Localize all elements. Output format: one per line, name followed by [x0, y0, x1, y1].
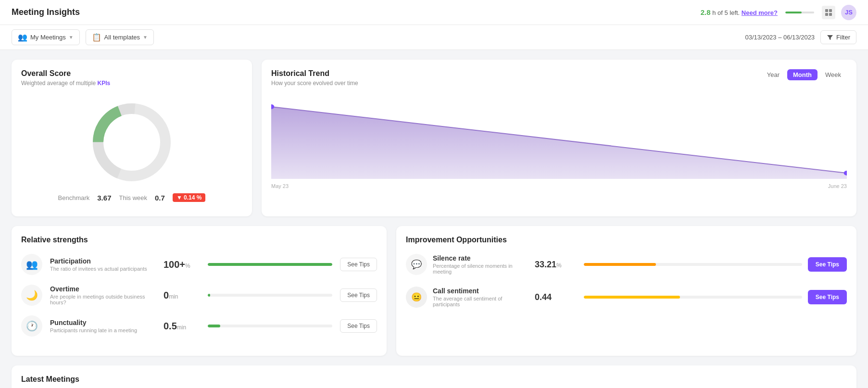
silence-rate-see-tips-btn[interactable]: See Tips	[808, 257, 847, 272]
silence-rate-desc: Percentage of silence moments in meeting	[433, 263, 529, 275]
punctuality-value-area: 0.5min	[164, 321, 332, 332]
historical-trend-title: Historical Trend	[271, 69, 358, 78]
silence-rate-info: Silence rate Percentage of silence momen…	[433, 254, 529, 275]
benchmark-label: Benchmark	[58, 194, 90, 201]
filter-icon	[827, 34, 833, 41]
participation-see-tips-btn[interactable]: See Tips	[340, 258, 377, 271]
punctuality-bar-track	[208, 325, 332, 327]
improvement-title: Improvement Opportunities	[406, 236, 847, 244]
benchmark-row: Benchmark 3.67 This week 0.7 ▼ 0.14 %	[58, 193, 206, 202]
svg-rect-1	[829, 9, 832, 12]
call-sentiment-bar-track	[584, 296, 802, 299]
avatar[interactable]: JS	[841, 5, 856, 20]
punctuality-bar-fill	[208, 325, 220, 327]
my-meetings-dropdown[interactable]: 👥 My Meetings ▼	[12, 29, 80, 45]
svg-rect-3	[829, 13, 832, 16]
need-more-link[interactable]: Need more?	[742, 9, 778, 16]
overall-score-title: Overall Score	[21, 69, 242, 78]
punctuality-icon: 🕐	[21, 315, 42, 337]
call-sentiment-see-tips-btn[interactable]: See Tips	[808, 290, 847, 304]
latest-meetings-title: Latest Meetings	[21, 375, 847, 384]
hours-label: h of 5 left.	[712, 9, 740, 16]
overtime-desc: Are people in meetings outside business …	[50, 294, 156, 305]
silence-rate-value-area: 33.21%	[535, 260, 802, 270]
participation-bar-track	[208, 263, 332, 266]
call-sentiment-value-area: 0.44	[535, 292, 802, 302]
overtime-see-tips-btn[interactable]: See Tips	[340, 288, 377, 302]
punctuality-name: Punctuality	[50, 319, 156, 326]
overtime-row: 🌙 Overtime Are people in meetings outsid…	[21, 285, 377, 306]
donut-chart	[88, 99, 175, 186]
overtime-value-area: 0min	[164, 290, 332, 301]
overtime-bar-fill	[208, 294, 210, 297]
call-sentiment-info: Call sentiment The average call sentimen…	[433, 287, 529, 307]
overtime-value: 0min	[164, 290, 202, 301]
templates-icon: 📋	[92, 33, 101, 42]
trend-title-area: Historical Trend How your score evolved …	[271, 69, 358, 94]
period-year-btn[interactable]: Year	[761, 69, 785, 80]
svg-marker-7	[271, 107, 847, 179]
overtime-name: Overtime	[50, 285, 156, 293]
silence-rate-bar-track	[584, 263, 802, 266]
benchmark-value: 3.67	[97, 194, 111, 202]
trend-labels: May 23 June 23	[271, 183, 847, 189]
subtitle-text-start: Weighted average of multiple	[21, 80, 98, 87]
trend-header: Historical Trend How your score evolved …	[271, 69, 847, 94]
call-sentiment-value: 0.44	[535, 292, 578, 302]
silence-rate-row: 💬 Silence rate Percentage of silence mom…	[406, 254, 847, 275]
top-cards-row: Overall Score Weighted average of multip…	[12, 60, 856, 216]
overtime-info: Overtime Are people in meetings outside …	[50, 285, 156, 305]
punctuality-see-tips-btn[interactable]: See Tips	[340, 319, 377, 333]
participation-name: Participation	[50, 257, 156, 265]
participation-value-area: 100+%	[164, 259, 332, 270]
overtime-icon: 🌙	[21, 285, 42, 306]
overtime-bar-track	[208, 294, 332, 297]
participation-info: Participation The ratio of invitees vs a…	[50, 257, 156, 272]
historical-trend-subtitle: How your score evolved over time	[271, 80, 358, 87]
filter-button[interactable]: Filter	[820, 30, 856, 44]
filter-label: Filter	[836, 34, 850, 41]
period-month-btn[interactable]: Month	[787, 69, 818, 80]
hours-value: 2.8	[701, 8, 711, 16]
chevron-down-icon-2: ▼	[143, 35, 148, 40]
this-week-label: This week	[119, 194, 147, 201]
svg-rect-2	[825, 13, 828, 16]
all-templates-dropdown[interactable]: 📋 All templates ▼	[86, 29, 154, 45]
bottom-cards-row: Relative strengths 👥 Participation The r…	[12, 226, 856, 356]
filter-bar-left: 👥 My Meetings ▼ 📋 All templates ▼	[12, 29, 154, 45]
this-week-value: 0.7	[155, 194, 165, 202]
date-range: 03/13/2023 – 06/13/2023	[745, 34, 815, 41]
page-title: Meeting Insights	[12, 7, 80, 17]
improvement-opportunities-card: Improvement Opportunities 💬 Silence rate…	[396, 226, 856, 356]
call-sentiment-row: 😐 Call sentiment The average call sentim…	[406, 287, 847, 308]
relative-strengths-title: Relative strengths	[21, 236, 377, 244]
overall-score-card: Overall Score Weighted average of multip…	[12, 60, 252, 216]
silence-rate-icon: 💬	[406, 254, 427, 275]
chevron-down-icon: ▼	[69, 35, 74, 40]
punctuality-desc: Participants running late in a meeting	[50, 327, 156, 333]
call-sentiment-icon: 😐	[406, 287, 427, 308]
call-sentiment-name: Call sentiment	[433, 287, 529, 295]
relative-strengths-card: Relative strengths 👥 Participation The r…	[12, 226, 387, 356]
participation-desc: The ratio of invitees vs actual particip…	[50, 266, 156, 272]
top-nav: Meeting Insights 2.8 h of 5 left. Need m…	[0, 0, 868, 25]
period-week-btn[interactable]: Week	[819, 69, 847, 80]
latest-meetings-card: Latest Meetings 4 meetings	[12, 365, 856, 388]
filter-bar-right: 03/13/2023 – 06/13/2023 Filter	[745, 30, 856, 44]
silence-rate-value: 33.21%	[535, 260, 578, 270]
top-nav-right: 2.8 h of 5 left. Need more? JS	[701, 5, 856, 20]
svg-rect-0	[825, 9, 828, 12]
kpi-label: KPIs	[98, 80, 111, 87]
participation-row: 👥 Participation The ratio of invitees vs…	[21, 254, 377, 275]
historical-trend-card: Historical Trend How your score evolved …	[262, 60, 856, 216]
trend-end-label: June 23	[828, 183, 847, 189]
grid-view-button[interactable]	[822, 6, 835, 19]
call-sentiment-bar-fill	[584, 296, 680, 299]
meetings-icon: 👥	[18, 33, 27, 42]
silence-rate-bar-fill	[584, 263, 656, 266]
all-templates-label: All templates	[104, 34, 140, 41]
trend-start-label: May 23	[271, 183, 289, 189]
punctuality-row: 🕐 Punctuality Participants running late …	[21, 315, 377, 337]
participation-value: 100+%	[164, 259, 202, 270]
hours-progress-bar	[785, 12, 814, 13]
